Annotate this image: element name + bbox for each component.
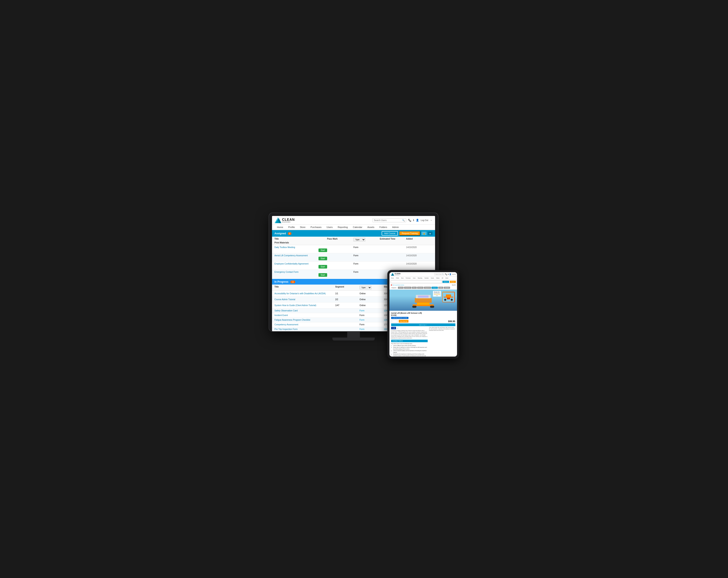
logout-button[interactable]: Log Out [421, 219, 428, 221]
nav-calendar[interactable]: Calendar [350, 225, 365, 230]
tablet-cat-awareness[interactable]: Awareness [404, 287, 411, 289]
tablet-cat-products[interactable]: Products [432, 287, 438, 289]
add-to-cart-button[interactable]: Add to Cart 🛒 [391, 323, 456, 326]
course-link[interactable]: Aerial Lift Competency Assessment [275, 254, 327, 257]
svg-point-17 [451, 299, 453, 301]
segment: 1/47 [335, 304, 360, 306]
type-val: Form [353, 263, 380, 265]
tablet-store-search-input[interactable] [391, 280, 442, 283]
course-link[interactable]: Daily Toolbox Meeting [275, 246, 327, 248]
search-users-input[interactable] [374, 219, 401, 221]
course-link[interactable]: Pre Trip Inspection Form [275, 328, 335, 330]
svg-rect-15 [447, 298, 450, 299]
icab-recognized: ● ● [397, 328, 398, 329]
nav-home[interactable]: Home [275, 225, 286, 230]
course-link[interactable]: Fatigue Awareness Program Checklist [275, 319, 335, 321]
type-val: Online [360, 293, 384, 295]
tablet-search-box[interactable]: Search Users 🔍 [434, 273, 444, 275]
type-val: Form [360, 309, 384, 312]
course-link[interactable]: Emergency Contact Form [275, 271, 327, 273]
phone-icon[interactable]: 📞 [408, 219, 411, 222]
tablet-cat-viewall[interactable]: View All [398, 287, 404, 289]
tablet-nav-purchases[interactable]: Purchases [405, 277, 412, 279]
tablet-phone-icon[interactable]: 📞 [445, 273, 447, 275]
svg-rect-10 [412, 306, 416, 308]
nav-folders[interactable]: Folders [377, 225, 390, 230]
start-button[interactable]: Start [318, 265, 327, 269]
tablet-nav-assets[interactable]: Assets [430, 277, 435, 279]
tablet-nav-users[interactable]: Users [412, 277, 416, 279]
tablet-nav: Home Profile Store Purchases Users Repor… [389, 277, 457, 280]
tablet-cat-electrical[interactable]: Electrical [417, 287, 423, 289]
tablet-reset-button[interactable]: Reset [450, 281, 456, 283]
stars: ★★★★★ [434, 294, 440, 295]
course-link[interactable]: Competency Assessment [275, 323, 335, 326]
topics-intro: This online course covers the following … [391, 343, 428, 345]
buy-now-button[interactable]: Buy Now ❯ [399, 320, 409, 323]
tablet-nav-store[interactable]: Store [400, 277, 405, 279]
added-date: 14/10/2020 [406, 254, 433, 257]
start-button[interactable]: Start [318, 257, 327, 260]
nav-store[interactable]: Store [297, 225, 308, 230]
start-button[interactable]: Start [318, 273, 327, 277]
inprogress-title: In Progress [275, 280, 288, 283]
account-icon[interactable]: 👤 [416, 219, 419, 222]
course-link[interactable]: Course Admin Tutorial [275, 298, 335, 301]
tablet-search-area: Search Reset [389, 280, 457, 284]
tablet-cat-safety[interactable]: Safety [438, 287, 443, 289]
tablet-nav-profile[interactable]: Profile [395, 277, 400, 279]
lock-button[interactable]: 🔒 [421, 231, 426, 235]
course-link[interactable]: Safety Observation Card [275, 309, 335, 312]
type-filter[interactable]: TypeFormOnline [353, 238, 365, 242]
tablet-cat-equipment[interactable]: Equipment [424, 287, 431, 289]
tablet-search-placeholder: Search Users [435, 274, 442, 275]
tablet-nav-home[interactable]: Home [390, 277, 395, 279]
type-val: Form [353, 271, 380, 273]
start-button[interactable]: Start [318, 248, 327, 252]
course-main-desc: I-CAB ● ● A Canada Compliant Training Cl… [391, 327, 428, 357]
tablet-nav-folders[interactable]: Folders [435, 277, 441, 279]
tablet-nav-qr[interactable]: QR [441, 277, 444, 279]
tablet-logout[interactable]: Log Out [452, 274, 456, 275]
tablet-cat-softskills[interactable]: Softskills [444, 287, 450, 289]
nav-profile[interactable]: Profile [286, 225, 297, 230]
course-title: Aerial Lift (Boom Lift/ Scissor Lift)(CA… [391, 312, 456, 316]
course-link[interactable]: Incident Event [275, 314, 335, 316]
col-print: Print Materials [275, 242, 327, 244]
assigned-table-header: Title Pass Mark TypeFormOnline Estimated… [272, 237, 435, 245]
svg-rect-9 [418, 296, 428, 298]
course-link[interactable]: Accessibility for Ontarian's with Disabi… [275, 293, 335, 295]
tablet-course-hero: Average rating (976 Reviews) ★★★★★ 4.15 [389, 290, 457, 311]
tablet-info-icon[interactable]: ℹ [448, 273, 449, 275]
tablet-account-icon[interactable]: 👤 [449, 273, 451, 275]
nav-purchases[interactable]: Purchases [308, 225, 324, 230]
categories-label: Categories [390, 287, 397, 289]
app-header: CLEAN Environment 🔍 📞 ℹ 👤 [272, 216, 435, 225]
tablet-how-to[interactable]: 🔴 How to purchase courses BackFill [389, 284, 457, 286]
course-link[interactable]: System How to Guide (Client Admin Tutori… [275, 304, 335, 306]
monitor-stand-neck [347, 331, 360, 337]
add-course-button[interactable]: Add Course [382, 231, 398, 236]
search-users-box[interactable]: 🔍 [372, 218, 406, 222]
assigned-collapse-button[interactable]: ▲ [428, 231, 433, 235]
nav-admin[interactable]: Admin [390, 225, 401, 230]
nav-reporting[interactable]: Reporting [335, 225, 350, 230]
tablet-nav-reporting[interactable]: Reporting [417, 277, 423, 279]
tablet-nav-calendar[interactable]: Calendar [423, 277, 430, 279]
nav-assets[interactable]: Assets [365, 225, 377, 230]
nav-users[interactable]: Users [324, 225, 335, 230]
quantity-input[interactable] [391, 320, 397, 323]
logo-text-group: CLEAN Environment [282, 218, 295, 223]
type-filter-2[interactable]: TypeFormOnline [360, 285, 371, 290]
type-val: Form [360, 323, 384, 326]
info-icon[interactable]: ℹ [413, 219, 414, 222]
course-price: $99.95 [448, 320, 456, 323]
col-est-time: Estimated Time [380, 238, 406, 242]
segment: 2/2 [335, 298, 360, 301]
tablet-nav-admin[interactable]: Admin [445, 277, 449, 279]
tablet-search-button[interactable]: Search [442, 281, 449, 283]
icab-logo: I-CAB [391, 327, 396, 329]
tablet-cat-driver[interactable]: Driver [412, 287, 417, 289]
request-training-button[interactable]: Request Training [399, 231, 420, 236]
course-link[interactable]: Employee Confidentiality Agreement [275, 263, 327, 265]
